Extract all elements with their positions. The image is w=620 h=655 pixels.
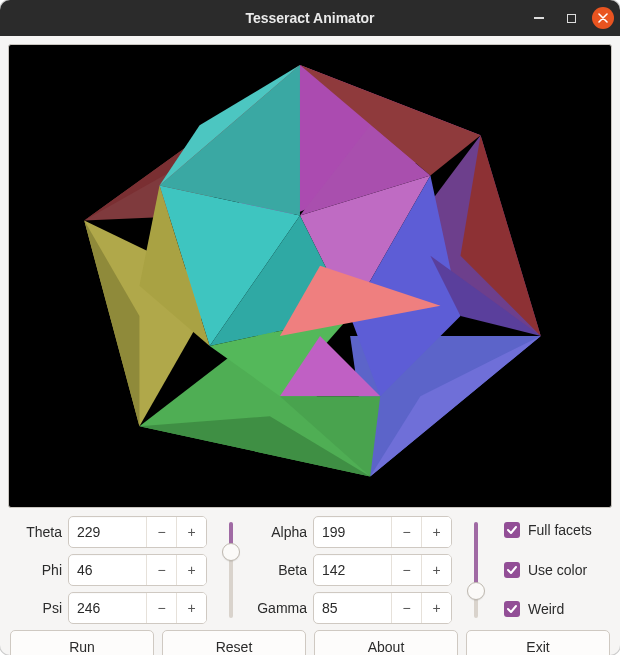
slider-left[interactable] (229, 522, 233, 618)
close-icon (598, 13, 608, 23)
label-use-color: Use color (528, 562, 587, 578)
render-canvas[interactable] (8, 44, 612, 508)
controls-row: Theta 229 − + Phi 46 − + Psi (8, 514, 612, 624)
param-phi: Phi 46 − + (10, 554, 207, 586)
param-beta: Beta 142 − + (255, 554, 452, 586)
spin-beta[interactable]: 142 − + (313, 554, 452, 586)
spin-theta[interactable]: 229 − + (68, 516, 207, 548)
checkmark-icon (504, 562, 520, 578)
label-beta: Beta (255, 562, 307, 578)
spin-psi[interactable]: 246 − + (68, 592, 207, 624)
dec-beta[interactable]: − (391, 555, 421, 585)
window-title: Tesseract Animator (245, 10, 374, 26)
value-beta[interactable]: 142 (314, 555, 391, 585)
inc-psi[interactable]: + (176, 593, 206, 623)
value-phi[interactable]: 46 (69, 555, 146, 585)
run-button[interactable]: Run (10, 630, 154, 655)
value-gamma[interactable]: 85 (314, 593, 391, 623)
param-gamma: Gamma 85 − + (255, 592, 452, 624)
inc-gamma[interactable]: + (421, 593, 451, 623)
label-alpha: Alpha (255, 524, 307, 540)
reset-button[interactable]: Reset (162, 630, 306, 655)
spin-gamma[interactable]: 85 − + (313, 592, 452, 624)
titlebar: Tesseract Animator (0, 0, 620, 36)
spin-alpha[interactable]: 199 − + (313, 516, 452, 548)
slider-left-thumb[interactable] (222, 543, 240, 561)
check-weird[interactable]: Weird (504, 601, 610, 617)
tesseract-render (9, 45, 611, 507)
slider-right-wrap (462, 516, 490, 624)
checkmark-icon (504, 522, 520, 538)
buttons-row: Run Reset About Exit (8, 630, 612, 655)
window-controls (528, 0, 614, 36)
label-theta: Theta (10, 524, 62, 540)
app-window: Tesseract Animator (0, 0, 620, 655)
label-gamma: Gamma (255, 600, 307, 616)
value-psi[interactable]: 246 (69, 593, 146, 623)
params-right: Alpha 199 − + Beta 142 − + G (255, 516, 452, 624)
options-col: Full facets Use color Weird (500, 516, 610, 624)
slider-left-wrap (217, 516, 245, 624)
dec-alpha[interactable]: − (391, 517, 421, 547)
param-theta: Theta 229 − + (10, 516, 207, 548)
minimize-button[interactable] (528, 7, 550, 29)
label-phi: Phi (10, 562, 62, 578)
maximize-button[interactable] (560, 7, 582, 29)
params-left: Theta 229 − + Phi 46 − + Psi (10, 516, 207, 624)
client-area: Theta 229 − + Phi 46 − + Psi (0, 36, 620, 655)
inc-alpha[interactable]: + (421, 517, 451, 547)
label-full-facets: Full facets (528, 522, 592, 538)
checkmark-icon (504, 601, 520, 617)
check-full-facets[interactable]: Full facets (504, 522, 610, 538)
spin-phi[interactable]: 46 − + (68, 554, 207, 586)
close-button[interactable] (592, 7, 614, 29)
dec-phi[interactable]: − (146, 555, 176, 585)
param-alpha: Alpha 199 − + (255, 516, 452, 548)
value-theta[interactable]: 229 (69, 517, 146, 547)
label-weird: Weird (528, 601, 564, 617)
dec-psi[interactable]: − (146, 593, 176, 623)
inc-theta[interactable]: + (176, 517, 206, 547)
inc-phi[interactable]: + (176, 555, 206, 585)
value-alpha[interactable]: 199 (314, 517, 391, 547)
label-psi: Psi (10, 600, 62, 616)
inc-beta[interactable]: + (421, 555, 451, 585)
check-use-color[interactable]: Use color (504, 562, 610, 578)
slider-right[interactable] (474, 522, 478, 618)
slider-right-thumb[interactable] (467, 582, 485, 600)
dec-theta[interactable]: − (146, 517, 176, 547)
dec-gamma[interactable]: − (391, 593, 421, 623)
param-psi: Psi 246 − + (10, 592, 207, 624)
about-button[interactable]: About (314, 630, 458, 655)
exit-button[interactable]: Exit (466, 630, 610, 655)
